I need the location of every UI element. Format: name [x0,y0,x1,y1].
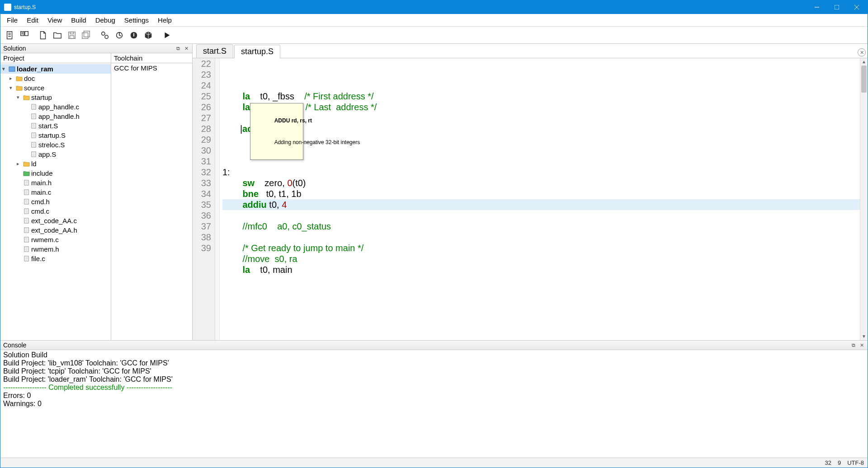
panel-close-icon[interactable]: ✕ [183,45,189,51]
app-icon [4,4,11,11]
svg-rect-3 [25,31,28,35]
tree-item-app_handle-h[interactable]: app_handle.h [0,112,111,121]
svg-rect-13 [133,33,134,36]
tab-startup-S[interactable]: startup.S [234,45,280,58]
tree-item-app-S[interactable]: app.S [0,150,111,159]
code-line-37[interactable]: //move s0, ra [222,253,860,264]
run-button[interactable] [160,28,174,42]
menu-view[interactable]: View [43,14,66,26]
save-button[interactable] [65,28,79,42]
project-tree[interactable]: ▾loader_ram▸doc▾source▾startupapp_handle… [0,63,111,340]
console-line: Build Project: 'loader_ram' Toolchain: '… [3,375,865,384]
svg-rect-6 [70,35,74,38]
tree-item-main-c[interactable]: main.c [0,187,111,197]
tab-start-S[interactable]: start.S [196,44,233,58]
console-close-icon[interactable]: ✕ [859,342,865,348]
project-columns-header: Project Toolchain [0,53,192,63]
svg-rect-14 [9,67,15,71]
save-all-button[interactable] [80,28,93,42]
code-line-33[interactable] [222,210,860,221]
col-toolchain-label: Toolchain [111,53,192,63]
panel-pin-icon[interactable]: ⧉ [175,45,181,51]
tree-item-startup-S[interactable]: startup.S [0,131,111,140]
new-project-button[interactable] [18,28,31,42]
code-line-30[interactable]: sw zero, 0(t0) [222,178,860,188]
status-encoding: UTF-8 [847,459,864,466]
code-line-25[interactable]: |addu t1, 3 [222,123,860,134]
tabs-close-icon[interactable]: ✕ [858,48,866,56]
code-area[interactable]: 222324252627282930313233343536373839 ADD… [193,58,868,340]
code-line-23[interactable]: la t1, _end /* Last address */ [222,102,860,112]
tree-item-main-h[interactable]: main.h [0,178,111,187]
tree-item-source[interactable]: ▾source [0,83,111,93]
code-line-31[interactable]: bne t0, t1, 1b [222,188,860,199]
tree-item-doc[interactable]: ▸doc [0,74,111,83]
code-line-28[interactable] [222,156,860,167]
tree-item-cmd-c[interactable]: cmd.c [0,206,111,216]
tree-item-loader_ram[interactable]: ▾loader_ram [0,64,111,74]
package-button[interactable] [142,28,155,42]
svg-rect-5 [70,32,73,34]
tree-item-file-c[interactable]: file.c [0,254,111,263]
code-body[interactable]: ADDU rd, rs, rt Adding non-negative 32-b… [220,58,860,340]
build-button[interactable] [98,28,112,42]
open-file-button[interactable] [36,28,50,42]
minimize-button[interactable] [807,1,827,14]
scroll-thumb[interactable] [861,66,867,93]
menubar: FileEditViewBuildDebugSettingsHelp [0,14,868,27]
code-line-38[interactable]: la t0, main [222,264,860,275]
console-output[interactable]: Solution BuildBuild Project: 'lib_vm108'… [0,350,868,458]
statusbar: 32 9 UTF-8 [0,458,868,468]
tree-item-startup[interactable]: ▾startup [0,93,111,102]
instruction-tooltip: ADDU rd, rs, rt Adding non-negative 32-b… [250,103,303,160]
line-gutter: 222324252627282930313233343536373839 [193,58,215,340]
close-button[interactable] [847,1,867,14]
solution-panel-title: Solution ⧉ ✕ [0,44,192,53]
svg-rect-1 [7,31,12,39]
new-file-button[interactable] [3,28,17,42]
console-line: ------------------ Completed successfull… [3,384,865,392]
code-line-29[interactable]: 1: [222,167,860,178]
code-line-32[interactable]: addiu t0, 4 [222,199,860,210]
code-line-36[interactable]: /* Get ready to jump to main */ [222,243,860,253]
menu-file[interactable]: File [2,14,22,26]
tree-item-ext_code_AA-c[interactable]: ext_code_AA.c [0,216,111,225]
scroll-up-icon[interactable]: ▲ [860,58,868,66]
tree-item-cmd-h[interactable]: cmd.h [0,197,111,206]
tree-item-streloc-S[interactable]: streloc.S [0,140,111,150]
rebuild-button[interactable] [113,28,126,42]
body-area: Solution ⧉ ✕ Project Toolchain ▾loader_r… [0,44,868,458]
tree-item-rwmem-c[interactable]: rwmem.c [0,235,111,244]
scroll-down-icon[interactable]: ▼ [860,333,868,340]
menu-settings[interactable]: Settings [120,14,153,26]
svg-rect-0 [835,5,839,9]
col-project-label: Project [0,53,111,63]
console-pin-icon[interactable]: ⧉ [850,342,857,348]
menu-help[interactable]: Help [153,14,176,26]
code-line-27[interactable]: t2 [222,145,860,156]
code-line-39[interactable] [222,275,860,286]
tree-item-start-S[interactable]: start.S [0,121,111,131]
open-folder-button[interactable] [51,28,64,42]
console-line: Solution Build [3,351,865,359]
tree-item-app_handle-c[interactable]: app_handle.c [0,102,111,112]
editor-scrollbar[interactable]: ▲ ▼ [860,58,868,340]
console-line: Build Project: 'tcpip' Toolchain: 'GCC f… [3,367,865,375]
menu-debug[interactable]: Debug [91,14,120,26]
status-line: 32 [825,459,831,466]
menu-edit[interactable]: Edit [22,14,43,26]
tree-item-include[interactable]: include [0,168,111,178]
tree-item-rwmem-h[interactable]: rwmem.h [0,244,111,254]
console-line: Errors: 0 [3,392,865,400]
titlebar: startup.S [0,0,868,14]
code-line-24[interactable] [222,112,860,123]
code-line-35[interactable] [222,232,860,243]
clean-button[interactable] [127,28,141,42]
menu-build[interactable]: Build [66,14,90,26]
tree-item-ext_code_AA-h[interactable]: ext_code_AA.h [0,225,111,235]
code-line-22[interactable]: la t0, _fbss /* First address */ [222,91,860,102]
status-col: 9 [838,459,841,466]
code-line-34[interactable]: //mfc0 a0, c0_status [222,221,860,232]
maximize-button[interactable] [827,1,847,14]
tree-item-ld[interactable]: ▸ld [0,159,111,168]
